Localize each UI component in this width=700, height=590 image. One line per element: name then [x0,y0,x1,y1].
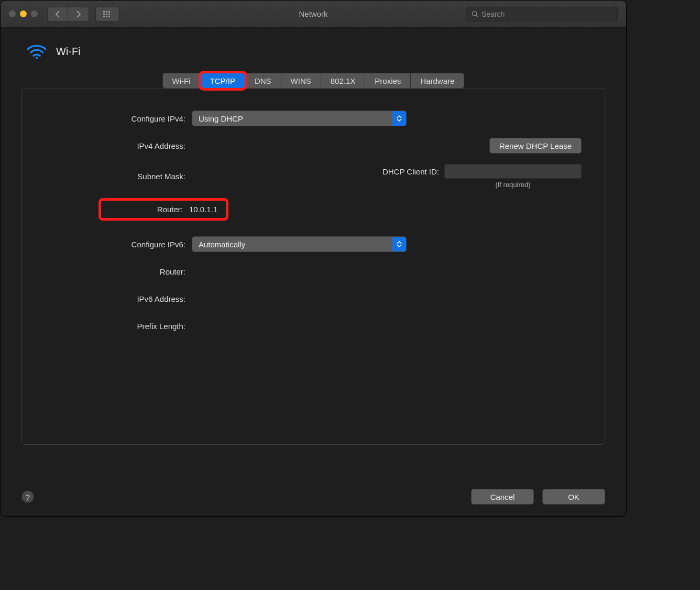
label-ipv6-address: IPv6 Address: [45,294,192,303]
chevron-updown-icon [392,237,406,252]
footer: ? Cancel OK [21,489,605,505]
tab-hardware[interactable]: Hardware [411,73,464,89]
wifi-icon [27,43,47,59]
page-title: Wi-Fi [56,46,81,58]
maximize-window-button[interactable] [31,10,38,17]
back-button[interactable] [47,7,68,21]
chevron-left-icon [55,10,60,18]
chevron-right-icon [76,10,81,18]
tab-tcpip[interactable]: TCP/IP [201,73,245,89]
tab-8021x[interactable]: 802.1X [321,73,366,89]
svg-rect-4 [103,14,105,15]
svg-line-11 [476,15,478,17]
grid-icon [103,11,112,17]
label-ipv4-address: IPv4 Address: [45,141,192,150]
row-subnet-mask: Subnet Mask: DHCP Client ID: (If require… [45,164,582,189]
ok-button[interactable]: OK [542,489,605,505]
svg-rect-2 [108,11,110,13]
row-ipv4-address: IPv4 Address: Renew DHCP Lease [45,137,582,155]
tab-bar: Wi-Fi TCP/IP DNS WINS 802.1X Proxies Har… [21,73,605,89]
show-all-button[interactable] [95,7,119,21]
traffic-lights [9,10,38,17]
content-area: Wi-Fi Wi-Fi TCP/IP DNS WINS 802.1X Proxi… [1,28,626,455]
search-icon [472,10,478,18]
input-dhcp-client-id[interactable] [444,164,582,179]
row-configure-ipv4: Configure IPv4: Using DHCP [45,110,582,127]
search-input[interactable] [482,10,612,18]
svg-rect-9 [108,16,110,17]
hint-dhcp-client-id: (If required) [444,181,582,189]
settings-panel: Configure IPv4: Using DHCP IPv4 Address:… [21,89,605,445]
cancel-button[interactable]: Cancel [471,489,534,505]
svg-point-10 [472,11,476,15]
label-dhcp-client-id: DHCP Client ID: [382,167,439,176]
router-highlight: Router: 10.0.1.1 [99,198,228,221]
label-subnet-mask: Subnet Mask: [45,172,192,181]
search-field[interactable] [466,7,618,21]
help-button[interactable]: ? [21,490,34,503]
tab-wins[interactable]: WINS [281,73,321,89]
tab-dns[interactable]: DNS [245,73,281,89]
navigation-buttons [47,7,89,21]
svg-rect-8 [106,16,107,17]
label-prefix-length: Prefix Length: [45,322,192,331]
label-router: Router: [105,205,189,214]
tab-wifi[interactable]: Wi-Fi [162,73,201,89]
row-configure-ipv6: Configure IPv6: Automatically [45,235,582,253]
row-router: Router: 10.0.1.1 [45,198,582,221]
minimize-window-button[interactable] [20,10,27,17]
forward-button[interactable] [68,7,89,21]
row-router6: Router: [45,263,582,280]
label-configure-ipv6: Configure IPv6: [45,240,192,249]
page-header: Wi-Fi [21,43,605,59]
select-configure-ipv4-value: Using DHCP [199,114,243,123]
tab-proxies[interactable]: Proxies [365,73,411,89]
close-window-button[interactable] [9,10,16,17]
svg-rect-7 [103,16,105,17]
select-configure-ipv6-value: Automatically [199,240,245,249]
svg-rect-1 [106,11,107,13]
label-router6: Router: [45,267,192,276]
row-prefix-length: Prefix Length: [45,317,582,335]
select-configure-ipv4[interactable]: Using DHCP [192,111,407,126]
label-configure-ipv4: Configure IPv4: [45,114,192,123]
svg-rect-6 [108,14,110,15]
value-router: 10.0.1.1 [189,205,217,214]
svg-rect-0 [103,11,105,13]
titlebar: Network [1,1,626,28]
renew-dhcp-button[interactable]: Renew DHCP Lease [489,138,582,154]
chevron-updown-icon [392,111,406,126]
svg-point-12 [36,57,38,59]
svg-rect-5 [106,14,107,15]
row-ipv6-address: IPv6 Address: [45,290,582,308]
select-configure-ipv6[interactable]: Automatically [192,236,407,252]
